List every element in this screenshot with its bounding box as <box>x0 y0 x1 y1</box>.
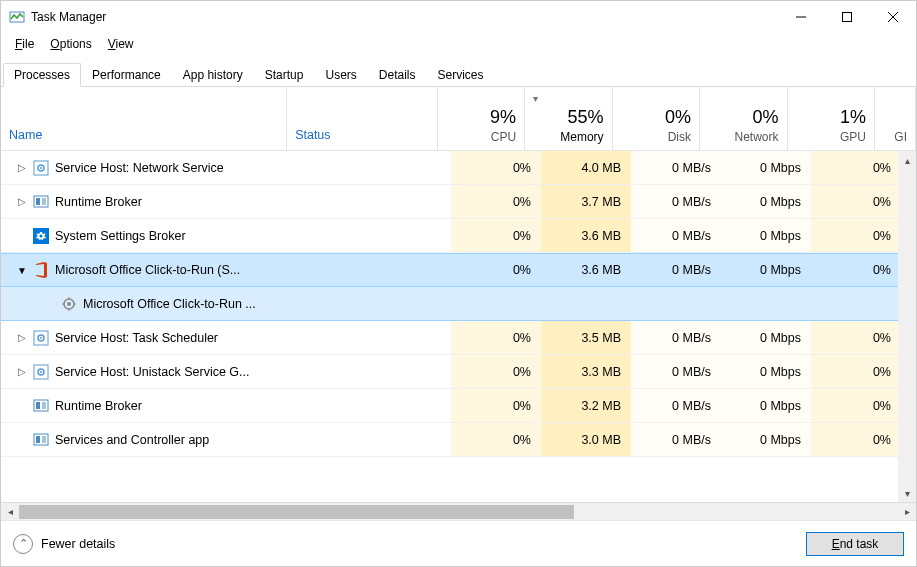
memory-label: Memory <box>560 130 603 144</box>
gpu-cell: 0% <box>811 355 901 388</box>
gpu-cell: 0% <box>811 389 901 422</box>
process-name: System Settings Broker <box>55 229 186 243</box>
collapse-icon[interactable]: ▼ <box>15 265 29 276</box>
fewer-details-toggle[interactable]: ⌃ Fewer details <box>13 534 115 554</box>
network-cell: 0 Mbps <box>721 423 811 456</box>
disk-cell: 0 MB/s <box>631 185 721 218</box>
expand-icon[interactable]: ▷ <box>15 162 29 173</box>
scroll-right-icon[interactable]: ▸ <box>898 503 916 521</box>
disk-cell <box>631 287 721 320</box>
table-row[interactable]: ▼Microsoft Office Click-to-Run (S...0%3.… <box>1 253 916 287</box>
memory-cell: 3.3 MB <box>541 355 631 388</box>
scroll-down-icon[interactable]: ▾ <box>898 484 916 502</box>
scroll-left-icon[interactable]: ◂ <box>1 503 19 521</box>
table-row[interactable]: ▷Service Host: Unistack Service G...0%3.… <box>1 355 916 389</box>
process-name-cell: ▷Service Host: Unistack Service G... <box>1 364 296 380</box>
cpu-cell: 0% <box>451 254 541 286</box>
svg-rect-29 <box>36 436 40 443</box>
process-name: Service Host: Network Service <box>55 161 224 175</box>
table-row[interactable]: Microsoft Office Click-to-Run ... <box>1 287 916 321</box>
minimize-button[interactable] <box>778 1 824 33</box>
svg-point-14 <box>67 302 71 306</box>
tab-processes[interactable]: Processes <box>3 63 81 87</box>
cpu-cell: 0% <box>451 355 541 388</box>
menu-options[interactable]: Options <box>42 35 99 53</box>
table-row[interactable]: ▷Service Host: Task Scheduler0%3.5 MB0 M… <box>1 321 916 355</box>
cpu-cell: 0% <box>451 389 541 422</box>
process-name-cell: ▷Service Host: Network Service <box>1 160 296 176</box>
tab-app-history[interactable]: App history <box>172 63 254 86</box>
scrollbar-track[interactable] <box>19 503 898 521</box>
column-header-gpu-engine[interactable]: GI <box>875 87 916 150</box>
process-icon <box>33 364 49 380</box>
network-cell: 0 Mbps <box>721 321 811 354</box>
disk-cell: 0 MB/s <box>631 151 721 184</box>
titlebar: Task Manager <box>1 1 916 33</box>
column-header-network[interactable]: 0% Network <box>700 87 787 150</box>
network-cell: 0 Mbps <box>721 355 811 388</box>
gpu-cell: 0% <box>811 151 901 184</box>
tab-startup[interactable]: Startup <box>254 63 315 86</box>
close-button[interactable] <box>870 1 916 33</box>
cpu-cell: 0% <box>451 219 541 252</box>
table-row[interactable]: Services and Controller app0%3.0 MB0 MB/… <box>1 423 916 457</box>
tab-details[interactable]: Details <box>368 63 427 86</box>
window-controls <box>778 1 916 33</box>
tab-performance[interactable]: Performance <box>81 63 172 86</box>
process-name-cell: ▷Runtime Broker <box>1 194 296 210</box>
table-row[interactable]: Runtime Broker0%3.2 MB0 MB/s0 Mbps0% <box>1 389 916 423</box>
fewer-details-label: Fewer details <box>41 537 115 551</box>
disk-cell: 0 MB/s <box>631 254 721 286</box>
scroll-up-icon[interactable]: ▴ <box>898 151 916 169</box>
gpu-cell: 0% <box>811 185 901 218</box>
vertical-scrollbar[interactable]: ▴ ▾ <box>898 151 916 502</box>
gpu-cell: 0% <box>811 254 901 286</box>
chevron-up-icon: ⌃ <box>13 534 33 554</box>
tab-services[interactable]: Services <box>427 63 495 86</box>
expand-icon[interactable]: ▷ <box>15 196 29 207</box>
sort-indicator-icon: ▾ <box>533 93 538 104</box>
network-cell: 0 Mbps <box>721 389 811 422</box>
cpu-cell: 0% <box>451 321 541 354</box>
menu-view[interactable]: View <box>100 35 142 53</box>
process-name: Microsoft Office Click-to-Run (S... <box>55 263 240 277</box>
process-icon <box>33 262 49 278</box>
process-name-cell: Microsoft Office Click-to-Run ... <box>1 296 296 312</box>
svg-rect-30 <box>42 436 46 443</box>
gpu-engine-label: GI <box>894 130 907 144</box>
horizontal-scrollbar[interactable]: ◂ ▸ <box>1 502 916 520</box>
end-task-button[interactable]: End task <box>806 532 904 556</box>
process-name-cell: Services and Controller app <box>1 432 296 448</box>
process-icon <box>33 330 49 346</box>
menu-file[interactable]: File <box>7 35 42 53</box>
disk-cell: 0 MB/s <box>631 321 721 354</box>
expand-icon[interactable]: ▷ <box>15 332 29 343</box>
svg-rect-26 <box>36 402 40 409</box>
column-header-gpu[interactable]: 1% GPU <box>788 87 875 150</box>
column-header-status[interactable]: Status <box>287 87 437 150</box>
column-header-disk[interactable]: 0% Disk <box>613 87 700 150</box>
gpu-cell <box>811 287 901 320</box>
column-header-cpu[interactable]: 9% CPU <box>438 87 525 150</box>
disk-label: Disk <box>668 130 691 144</box>
window-title: Task Manager <box>31 10 778 24</box>
scrollbar-thumb[interactable] <box>19 505 574 519</box>
cpu-label: CPU <box>491 130 516 144</box>
table-row[interactable]: System Settings Broker0%3.6 MB0 MB/s0 Mb… <box>1 219 916 253</box>
cpu-cell: 0% <box>451 185 541 218</box>
maximize-button[interactable] <box>824 1 870 33</box>
memory-cell: 3.5 MB <box>541 321 631 354</box>
memory-cell: 3.0 MB <box>541 423 631 456</box>
svg-rect-27 <box>42 402 46 409</box>
process-icon <box>33 432 49 448</box>
tab-users[interactable]: Users <box>314 63 367 86</box>
menubar: File Options View <box>1 33 916 55</box>
table-row[interactable]: ▷Runtime Broker0%3.7 MB0 MB/s0 Mbps0% <box>1 185 916 219</box>
process-name-cell: ▼Microsoft Office Click-to-Run (S... <box>1 262 296 278</box>
column-header-name[interactable]: Name <box>1 87 287 150</box>
cpu-cell <box>451 287 541 320</box>
expand-icon[interactable]: ▷ <box>15 366 29 377</box>
svg-rect-9 <box>36 198 40 205</box>
column-header-memory[interactable]: ▾ 55% Memory <box>525 87 612 150</box>
table-row[interactable]: ▷Service Host: Network Service0%4.0 MB0 … <box>1 151 916 185</box>
